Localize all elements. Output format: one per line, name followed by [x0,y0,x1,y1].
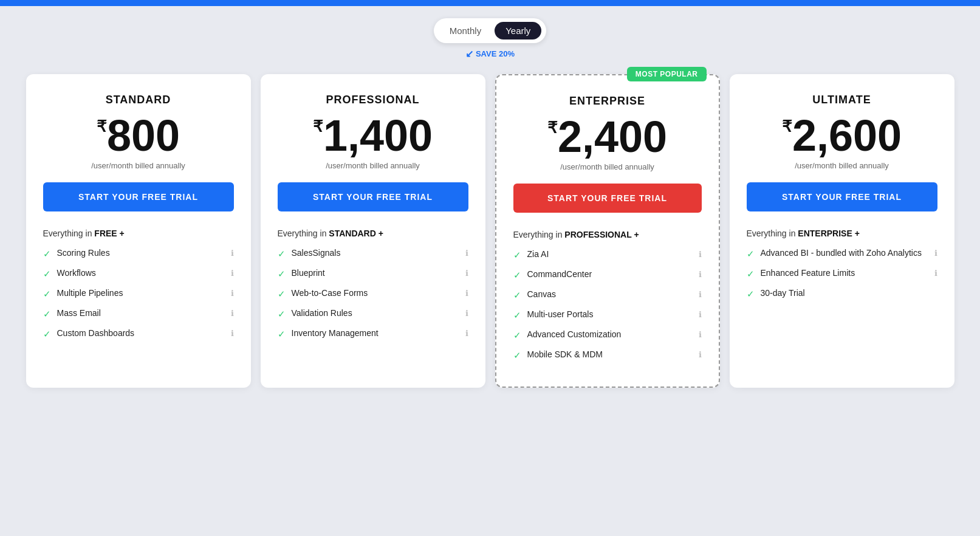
check-icon: ✓ [43,329,51,340]
feature-left: ✓ Mobile SDK & MDM [513,349,699,361]
info-icon[interactable]: ℹ [231,309,234,318]
feature-item: ✓ Validation Rules ℹ [278,308,468,320]
plans-container: STANDARD ₹ 800 /user/month billed annual… [0,60,980,402]
plan-billing-standard: /user/month billed annually [43,161,234,170]
check-icon: ✓ [43,289,51,300]
feature-left: ✓ Multi-user Portals [513,309,699,321]
trial-btn-standard[interactable]: START YOUR FREE TRIAL [43,182,234,211]
info-icon[interactable]: ℹ [465,309,468,318]
info-icon[interactable]: ℹ [231,269,234,278]
feature-item: ✓ Workflows ℹ [43,268,234,280]
trial-btn-enterprise[interactable]: START YOUR FREE TRIAL [513,184,702,213]
feature-text: CommandCenter [527,269,592,279]
trial-btn-ultimate[interactable]: START YOUR FREE TRIAL [747,182,937,211]
plan-price-row-standard: ₹ 800 [43,114,234,157]
feature-left: ✓ 30-day Trial [747,288,937,300]
feature-item: ✓ Advanced Customization ℹ [513,329,702,341]
feature-left: ✓ Workflows [43,268,231,280]
price-professional: 1,400 [323,114,433,157]
feature-item: ✓ Canvas ℹ [513,289,702,301]
plan-card-professional: PROFESSIONAL ₹ 1,400 /user/month billed … [261,74,485,388]
feature-text: SalesSignals [292,248,341,258]
feature-text: Validation Rules [292,308,352,318]
info-icon[interactable]: ℹ [699,250,702,259]
feature-left: ✓ Blueprint [278,268,465,280]
feature-text: Mobile SDK & MDM [527,349,603,359]
feature-left: ✓ Validation Rules [278,308,465,320]
feature-text: Inventory Management [292,328,379,338]
feature-item: ✓ Advanced BI - bundled with Zoho Analyt… [747,248,937,259]
feature-item: ✓ Scoring Rules ℹ [43,248,234,259]
toggle-monthly[interactable]: Monthly [439,22,493,40]
check-icon: ✓ [278,309,286,320]
feature-item: ✓ Blueprint ℹ [278,268,468,280]
plan-name-standard: STANDARD [43,94,234,106]
feature-left: ✓ Mass Email [43,308,231,320]
feature-item: ✓ SalesSignals ℹ [278,248,468,259]
feature-text: Multi-user Portals [527,309,594,319]
check-icon: ✓ [513,350,521,361]
billing-toggle-container: Monthly Yearly ↙ SAVE 20% [0,18,980,60]
currency-ultimate: ₹ [782,119,792,134]
feature-text: Blueprint [292,268,325,278]
info-icon[interactable]: ℹ [231,329,234,338]
price-ultimate: 2,600 [792,114,902,157]
feature-item: ✓ Inventory Management ℹ [278,328,468,340]
feature-text: Advanced BI - bundled with Zoho Analytic… [761,248,922,258]
check-icon: ✓ [43,269,51,280]
price-standard: 800 [107,114,180,157]
check-icon: ✓ [513,310,521,321]
feature-left: ✓ Advanced BI - bundled with Zoho Analyt… [747,248,934,259]
feature-left: ✓ Web-to-Case Forms [278,288,465,300]
feature-left: ✓ Zia AI [513,249,699,261]
feature-left: ✓ SalesSignals [278,248,465,259]
info-icon[interactable]: ℹ [465,289,468,298]
check-icon: ✓ [278,329,286,340]
info-icon[interactable]: ℹ [699,350,702,359]
currency-enterprise: ₹ [547,120,558,136]
check-icon: ✓ [278,249,286,259]
currency-standard: ₹ [97,119,107,134]
feature-text: Multiple Pipelines [57,288,123,298]
trial-btn-professional[interactable]: START YOUR FREE TRIAL [278,182,468,211]
feature-item: ✓ Mobile SDK & MDM ℹ [513,349,702,361]
check-icon: ✓ [513,290,521,301]
feature-left: ✓ Inventory Management [278,328,465,340]
toggle-yearly[interactable]: Yearly [495,22,541,40]
info-icon[interactable]: ℹ [699,310,702,319]
currency-professional: ₹ [313,119,323,134]
check-icon: ✓ [513,250,521,261]
info-icon[interactable]: ℹ [465,249,468,258]
info-icon[interactable]: ℹ [699,270,702,279]
features-header-enterprise: Everything in PROFESSIONAL + [513,230,702,239]
check-icon: ✓ [747,249,755,259]
feature-text: Zia AI [527,249,549,259]
feature-left: ✓ Multiple Pipelines [43,288,231,300]
features-header-standard: Everything in FREE + [43,228,234,238]
info-icon[interactable]: ℹ [934,249,937,258]
check-icon: ✓ [43,309,51,320]
info-icon[interactable]: ℹ [465,269,468,278]
feature-left: ✓ Enhanced Feature Limits [747,268,934,280]
feature-text: Canvas [527,289,556,299]
plan-name-professional: PROFESSIONAL [278,94,468,106]
billing-toggle[interactable]: Monthly Yearly [434,18,547,43]
info-icon[interactable]: ℹ [231,289,234,298]
feature-item: ✓ Web-to-Case Forms ℹ [278,288,468,300]
features-header-ultimate: Everything in ENTERPRISE + [747,228,937,238]
info-icon[interactable]: ℹ [699,330,702,339]
info-icon[interactable]: ℹ [465,329,468,338]
plan-price-row-professional: ₹ 1,400 [278,114,468,157]
info-icon[interactable]: ℹ [934,269,937,278]
plan-price-row-enterprise: ₹ 2,400 [513,115,702,159]
feature-item: ✓ Multi-user Portals ℹ [513,309,702,321]
feature-text: Custom Dashboards [57,328,135,338]
info-icon[interactable]: ℹ [699,290,702,299]
price-enterprise: 2,400 [558,115,667,159]
save-text: SAVE 20% [476,49,515,58]
feature-text: Mass Email [57,308,101,318]
most-popular-badge: MOST POPULAR [627,67,707,81]
info-icon[interactable]: ℹ [231,249,234,258]
top-bar [0,0,980,6]
feature-item: ✓ Mass Email ℹ [43,308,234,320]
